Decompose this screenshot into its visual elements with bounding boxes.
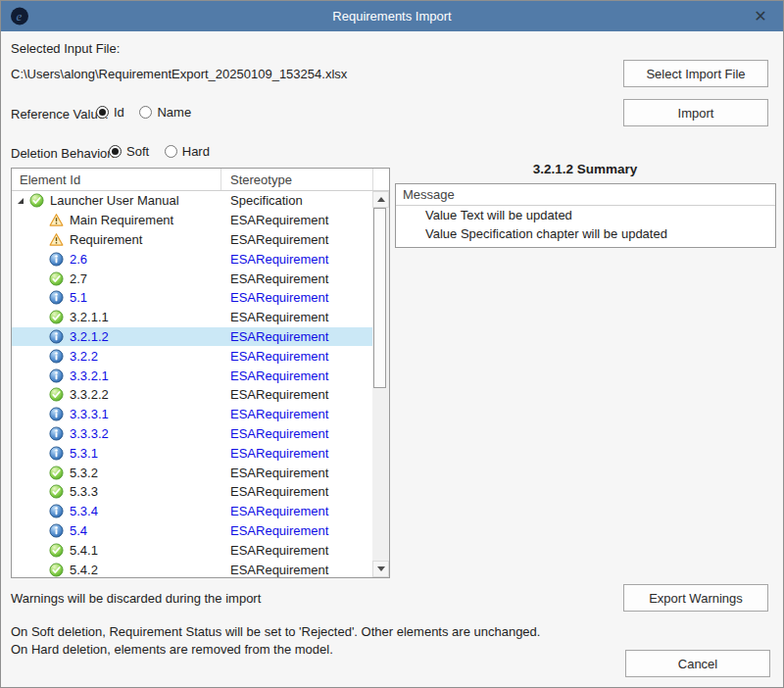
- element-id-label: Requirement: [70, 232, 142, 247]
- tree-row[interactable]: 5.3.4 ESARequirement: [12, 502, 372, 521]
- expander-icon[interactable]: [12, 235, 29, 243]
- element-id-label: 5.4: [70, 523, 87, 538]
- tree-row[interactable]: 3.2.1.1 ESARequirement: [12, 308, 372, 327]
- radio-name-icon[interactable]: [139, 106, 152, 119]
- scroll-down-icon[interactable]: [372, 561, 389, 577]
- select-import-file-button[interactable]: Select Import File: [623, 60, 768, 87]
- tree-row[interactable]: 5.4 ESARequirement: [12, 521, 372, 541]
- element-id-cell: Launcher User Manual: [12, 193, 220, 208]
- element-id-cell: 3.2.1.1: [12, 310, 220, 324]
- element-id-cell: Main Requirement: [12, 213, 220, 227]
- tree-row[interactable]: 5.1 ESARequirement: [12, 288, 372, 308]
- expander-icon[interactable]: [12, 565, 29, 573]
- radio-soft-icon[interactable]: [109, 145, 122, 158]
- stereotype-label: ESARequirement: [220, 563, 372, 577]
- element-id-cell: 3.2.1.2: [12, 329, 220, 344]
- element-id-cell: 5.3.4: [12, 504, 220, 518]
- tree-row[interactable]: 2.6 ESARequirement: [12, 249, 372, 269]
- stereotype-label: ESARequirement: [220, 213, 372, 227]
- tree-row[interactable]: Launcher User Manual Specification: [12, 191, 372, 211]
- tree-row[interactable]: 5.4.1 ESARequirement: [12, 540, 372, 560]
- expander-icon[interactable]: [12, 314, 29, 321]
- expander-icon[interactable]: [12, 429, 29, 437]
- message-column-header: Message: [396, 184, 775, 206]
- stereotype-label: Specification: [220, 193, 372, 208]
- element-id-label: 5.1: [70, 290, 87, 305]
- element-id-cell: 2.7: [12, 271, 220, 286]
- expander-icon[interactable]: [12, 508, 29, 516]
- requirements-import-dialog: e Requirements Import ✕ Selected Input F…: [0, 0, 784, 688]
- radio-hard-icon[interactable]: [165, 145, 177, 158]
- stereotype-label: ESARequirement: [220, 369, 372, 383]
- info-status-icon: [49, 252, 64, 267]
- message-panel: Message Value Text will be updatedValue …: [395, 183, 776, 248]
- tree-row[interactable]: 5.4.2 ESARequirement: [12, 560, 372, 577]
- element-id-cell: 5.4: [12, 523, 220, 538]
- expander-icon[interactable]: [12, 526, 29, 534]
- tree-row[interactable]: 3.3.3.1 ESARequirement: [12, 405, 372, 424]
- tree-row[interactable]: 3.3.2.2 ESARequirement: [12, 385, 372, 405]
- tree-row[interactable]: Requirement ESARequirement: [12, 230, 372, 250]
- expander-icon[interactable]: [12, 371, 29, 379]
- radio-option-name[interactable]: Name: [139, 105, 191, 120]
- scroll-up-icon[interactable]: [372, 191, 389, 208]
- expander-icon[interactable]: [12, 352, 29, 360]
- stereotype-label: ESARequirement: [220, 290, 372, 305]
- expander-icon[interactable]: [12, 546, 29, 554]
- radio-option-id[interactable]: Id: [96, 105, 124, 120]
- expander-icon[interactable]: [12, 488, 29, 496]
- expander-icon[interactable]: [12, 449, 29, 457]
- expander-icon[interactable]: [12, 197, 29, 205]
- import-button[interactable]: Import: [623, 99, 768, 126]
- element-id-label: 3.2.1.2: [70, 329, 109, 344]
- stereotype-label: ESARequirement: [220, 426, 372, 441]
- column-header-element-id[interactable]: Element Id: [12, 169, 221, 190]
- tree-row[interactable]: 3.2.1.2 ESARequirement: [12, 327, 372, 347]
- message-row: Value Text will be updated: [396, 206, 775, 224]
- expander-icon[interactable]: [12, 391, 29, 399]
- tree-row[interactable]: 5.3.2 ESARequirement: [12, 463, 372, 482]
- vertical-scrollbar[interactable]: [372, 191, 389, 577]
- tree-row[interactable]: 5.3.1 ESARequirement: [12, 443, 372, 463]
- element-id-cell: 2.6: [12, 252, 220, 267]
- element-id-cell: 3.3.2.1: [12, 369, 220, 383]
- element-id-cell: 5.4.1: [12, 543, 220, 558]
- column-header-stereotype[interactable]: Stereotype: [221, 169, 373, 190]
- element-tree-table: Element Id Stereotype: [11, 168, 390, 578]
- radio-id-icon[interactable]: [96, 106, 109, 119]
- expander-icon[interactable]: [12, 411, 29, 418]
- tree-row[interactable]: 2.7 ESARequirement: [12, 269, 372, 288]
- cancel-button[interactable]: Cancel: [625, 650, 770, 677]
- info-status-icon: [49, 290, 64, 305]
- expander-icon[interactable]: [12, 217, 29, 224]
- close-icon[interactable]: ✕: [748, 4, 773, 29]
- element-id-label: 2.7: [70, 271, 87, 286]
- stereotype-label: ESARequirement: [220, 310, 372, 324]
- tree-row[interactable]: Main Requirement ESARequirement: [12, 211, 372, 230]
- radio-soft-label: Soft: [126, 144, 149, 159]
- message-list: Value Text will be updatedValue Specific…: [396, 206, 775, 243]
- check-status-icon: [49, 271, 64, 286]
- element-id-label: 5.3.1: [70, 446, 98, 461]
- element-id-cell: 5.3.2: [12, 466, 220, 480]
- stereotype-label: ESARequirement: [220, 387, 372, 402]
- expander-icon[interactable]: [12, 294, 29, 302]
- input-file-path: C:\Users\along\RequirementExport_2025010…: [11, 67, 347, 81]
- expander-icon[interactable]: [12, 255, 29, 263]
- export-warnings-button[interactable]: Export Warnings: [623, 584, 768, 612]
- element-id-cell: 5.1: [12, 290, 220, 305]
- expander-icon[interactable]: [12, 274, 29, 282]
- radio-option-hard[interactable]: Hard: [165, 144, 210, 159]
- tree-row[interactable]: 3.3.2.1 ESARequirement: [12, 366, 372, 385]
- stereotype-label: ESARequirement: [220, 484, 372, 499]
- expander-icon[interactable]: [12, 468, 29, 476]
- scrollbar-thumb[interactable]: [373, 208, 386, 388]
- radio-id-label: Id: [114, 105, 124, 120]
- radio-option-soft[interactable]: Soft: [109, 144, 149, 159]
- expander-icon[interactable]: [12, 332, 29, 340]
- radio-name-label: Name: [157, 105, 191, 120]
- tree-row[interactable]: 3.2.2 ESARequirement: [12, 346, 372, 366]
- tree-row[interactable]: 5.3.3 ESARequirement: [12, 482, 372, 502]
- titlebar[interactable]: e Requirements Import ✕: [1, 1, 783, 31]
- tree-row[interactable]: 3.3.3.2 ESARequirement: [12, 424, 372, 444]
